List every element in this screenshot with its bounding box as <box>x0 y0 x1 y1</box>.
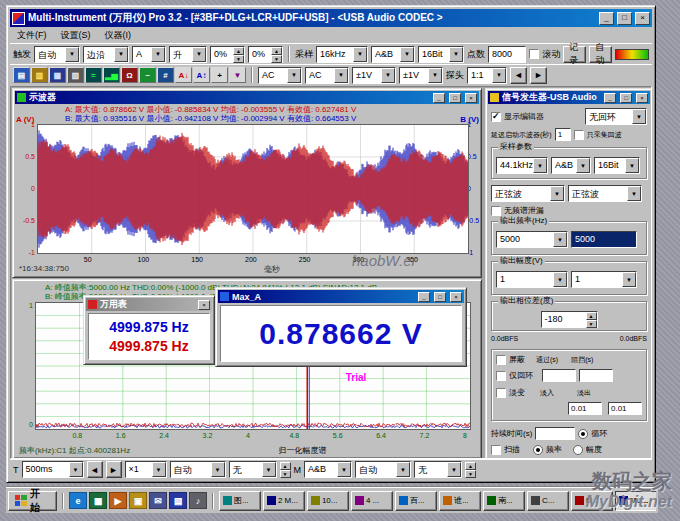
minimize-button[interactable]: _ <box>599 12 614 25</box>
spin-up-icon[interactable]: ▲ <box>465 462 476 470</box>
show-desktop-icon[interactable]: ▦ <box>89 492 107 509</box>
mask-block-input[interactable] <box>579 369 613 382</box>
loop-radio[interactable] <box>578 429 588 439</box>
nav-prev-button[interactable]: ◄ <box>510 67 527 84</box>
mail-icon[interactable]: ✉ <box>149 492 167 509</box>
amplitude-a-combo[interactable]: 1▼ <box>496 271 568 288</box>
multimeter-titlebar[interactable]: 万用表 × <box>86 298 212 311</box>
offset-b-spinner[interactable]: ▲▼ <box>465 462 476 478</box>
signal-generator-icon[interactable]: ~ <box>139 67 156 83</box>
waveform-b-combo[interactable]: 正弦波▼ <box>568 185 642 202</box>
print-icon[interactable]: ▧ <box>67 67 84 83</box>
maximize-button[interactable]: □ <box>434 292 446 302</box>
volume-icon[interactable]: ♪ <box>189 492 207 509</box>
spin-down-icon[interactable]: ▼ <box>465 470 476 478</box>
coupling-range-combo-3[interactable]: ±1V▼ <box>399 67 443 84</box>
open-file-icon[interactable]: ▥ <box>31 67 48 83</box>
multimeter-icon[interactable]: Ω <box>121 67 138 83</box>
maximize-button[interactable]: □ <box>620 93 632 103</box>
taskbar-window-button[interactable]: 10... <box>307 491 349 511</box>
gen-bits-combo[interactable]: 16Bit▼ <box>594 157 640 174</box>
mask-pass-input[interactable] <box>542 369 576 382</box>
cursor-reader-icon[interactable]: + <box>211 67 228 83</box>
frequency-b-input[interactable]: 5000 <box>571 231 637 248</box>
channel-combo[interactable]: A&B▼ <box>304 461 352 478</box>
show-editor-checkbox[interactable] <box>491 112 501 122</box>
title-bar[interactable]: Multi-Instrument (万用仪) Pro 3.2 - [#3BF+D… <box>10 9 652 27</box>
spin-up-icon[interactable]: ▲ <box>280 462 291 470</box>
timebase-combo[interactable]: 500ms▼ <box>22 461 84 478</box>
folder-icon[interactable]: ▣ <box>129 492 147 509</box>
duration-input[interactable] <box>535 427 575 440</box>
pan-left-button[interactable]: ◄ <box>87 461 103 478</box>
points-input[interactable]: 8000 <box>488 46 526 63</box>
minimize-button[interactable]: _ <box>433 93 445 103</box>
close-button[interactable]: × <box>465 93 477 103</box>
sweep-amplitude-radio[interactable] <box>573 445 583 455</box>
pan-right-button[interactable]: ► <box>106 461 122 478</box>
loopback-combo[interactable]: 无回环▼ <box>585 108 647 125</box>
amplitude-b-combo[interactable]: 1▼ <box>571 271 637 288</box>
spin-up-icon[interactable]: ▲ <box>271 47 282 55</box>
menu-item-2[interactable]: 仪器(I) <box>98 28 139 43</box>
taskbar-window-button[interactable]: 百... <box>395 491 437 511</box>
spectrum-analyzer-icon[interactable]: ▂▅ <box>103 67 120 83</box>
close-button[interactable]: × <box>636 93 648 103</box>
menu-item-0[interactable]: 文件(F) <box>10 28 54 43</box>
scope-plot-area[interactable] <box>37 124 469 254</box>
coupling-range-combo-0[interactable]: AC▼ <box>258 67 302 84</box>
close-button[interactable]: × <box>450 292 462 302</box>
probe-combo[interactable]: 1:1▼ <box>467 67 507 84</box>
range-mode-a-combo[interactable]: 自动▼ <box>170 461 226 478</box>
taskbar-window-button[interactable]: C... <box>527 491 569 511</box>
waveform-a-combo[interactable]: 正弦波▼ <box>491 185 565 202</box>
auto-button[interactable]: 自动 <box>589 46 612 63</box>
close-button[interactable]: × <box>635 12 650 25</box>
no-leakage-checkbox[interactable] <box>491 206 501 216</box>
save-icon[interactable]: ▦ <box>49 67 66 83</box>
trigger-delay-spinner[interactable]: 0%▲▼ <box>248 46 283 63</box>
offset-a-spinner[interactable]: ▲▼ <box>280 462 291 478</box>
sweep-frequency-radio[interactable] <box>533 445 543 455</box>
trigger-mode-combo[interactable]: 自动▼ <box>34 46 80 63</box>
sample-bits-combo[interactable]: 16Bit▼ <box>418 46 464 63</box>
taskbar-window-button[interactable]: 谁... <box>439 491 481 511</box>
document-icon[interactable]: ▤ <box>169 492 187 509</box>
trigger-level-spinner[interactable]: 0%▲▼ <box>210 46 245 63</box>
signal-generator-titlebar[interactable]: 信号发生器-USB Audio _ □ × <box>488 91 650 104</box>
derived-display-titlebar[interactable]: Max_A _ □ × <box>218 290 464 303</box>
spin-up-icon[interactable]: ▲ <box>586 312 597 320</box>
taskbar-window-button[interactable]: 4 ... <box>351 491 393 511</box>
gen-channels-combo[interactable]: A&B▼ <box>551 157 591 174</box>
roll-checkbox[interactable] <box>529 49 539 59</box>
delay-input[interactable]: 1 <box>555 128 571 141</box>
range-mode-b-combo[interactable]: 自动▼ <box>355 461 411 478</box>
spin-up-icon[interactable]: ▲ <box>233 47 244 55</box>
start-button[interactable]: 开始 <box>8 491 57 511</box>
fade-out-input[interactable]: 0.01 <box>608 402 642 415</box>
taskbar-window-button[interactable]: 2 M... <box>263 491 305 511</box>
trigger-slope-combo[interactable]: 升▼ <box>169 46 207 63</box>
taskbar-window-button[interactable]: 图... <box>219 491 261 511</box>
maximize-button[interactable]: □ <box>617 12 632 25</box>
function-b-combo[interactable]: 无▼ <box>414 461 462 478</box>
loop-only-checkbox[interactable] <box>496 371 506 381</box>
phase-spinner[interactable]: -180▲▼ <box>541 311 598 328</box>
maximize-button[interactable]: □ <box>449 93 461 103</box>
coupling-range-combo-1[interactable]: AC▼ <box>305 67 349 84</box>
oscilloscope-titlebar[interactable]: 示波器 _ □ × <box>15 91 479 104</box>
spin-down-icon[interactable]: ▼ <box>271 55 282 63</box>
sample-channels-combo[interactable]: A&B▼ <box>371 46 415 63</box>
minimize-button[interactable]: _ <box>604 93 616 103</box>
oscilloscope-icon[interactable]: ≈ <box>85 67 102 83</box>
auto-scale-a-icon[interactable]: A↓ <box>175 67 192 83</box>
trigger-source-combo[interactable]: A▼ <box>132 46 166 63</box>
menu-item-1[interactable]: 设置(S) <box>54 28 98 43</box>
record-button[interactable]: 记录 <box>563 46 586 63</box>
spin-down-icon[interactable]: ▼ <box>280 470 291 478</box>
sweep-checkbox[interactable] <box>491 445 501 455</box>
taskbar-window-button[interactable]: 南... <box>483 491 525 511</box>
mask-checkbox[interactable] <box>496 355 506 365</box>
coupling-range-combo-2[interactable]: ±1V▼ <box>352 67 396 84</box>
media-player-icon[interactable]: ▶ <box>109 492 127 509</box>
